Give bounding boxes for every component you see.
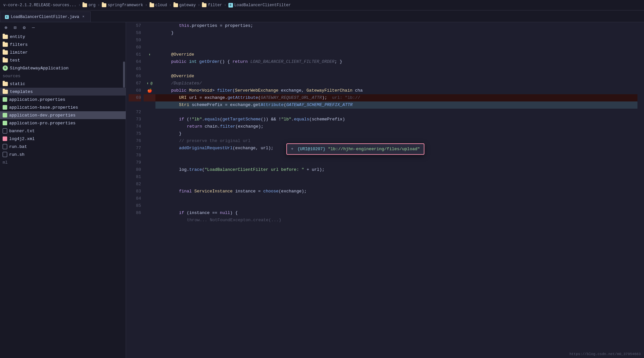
code-line-62: public int getOrder() { return LOAD_BALA… xyxy=(155,58,637,65)
code-line-82 xyxy=(155,195,637,202)
folder-icon xyxy=(173,3,178,7)
code-content: 57 58 59 60 61 64 65 66 67 68 69 72 73 7… xyxy=(126,22,644,358)
sidebar-label: application-pro.properties xyxy=(9,121,76,126)
sidebar-item-static[interactable]: static xyxy=(0,80,126,88)
bc-cloud[interactable]: cloud xyxy=(150,3,167,8)
code-line-65: @Override xyxy=(155,73,637,80)
file-icon xyxy=(3,144,7,149)
code-line-81: final ServiceInstance instance = choose(… xyxy=(155,188,637,195)
line-numbers: 57 58 59 60 61 64 65 66 67 68 69 72 73 7… xyxy=(126,22,144,358)
ln-80: 80 xyxy=(129,166,141,173)
code-line-78: log.trace("LoadBalancerClientFilter url … xyxy=(155,166,637,173)
add-icon[interactable]: ⊕ xyxy=(3,24,9,31)
props-icon xyxy=(3,113,7,117)
gc-85 xyxy=(144,202,155,209)
ln-71 xyxy=(129,101,141,109)
bc-cloud-label: cloud xyxy=(155,3,167,8)
bc-gateway-label: gateway xyxy=(179,3,196,8)
gc-77 xyxy=(144,145,155,152)
ln-69: 69 xyxy=(129,94,141,101)
sidebar-item-app-pro-props[interactable]: application-pro.properties xyxy=(0,119,126,127)
settings-icon[interactable]: ⚙ xyxy=(21,24,27,31)
sep-6: › xyxy=(224,3,226,8)
sidebar-item-ml: ml xyxy=(0,158,126,166)
collapse-icon[interactable]: ⊟ xyxy=(12,24,18,31)
code-line-80 xyxy=(155,181,637,188)
gc-66 xyxy=(144,73,155,80)
code-line-77 xyxy=(155,159,637,166)
sidebar-item-filters[interactable]: filters xyxy=(0,41,126,48)
folder-icon xyxy=(150,3,154,7)
sidebar-label: test xyxy=(10,58,20,63)
debug-plus: + xyxy=(291,147,294,152)
ln-60: 60 xyxy=(129,44,141,51)
sidebar-item-gateway-app[interactable]: S SinghGatewayApplication xyxy=(0,64,126,72)
minimize-icon[interactable]: — xyxy=(30,24,37,31)
sidebar-item-entity[interactable]: entity xyxy=(0,33,126,41)
code-line-83 xyxy=(155,202,637,209)
ln-59: 59 xyxy=(129,37,141,44)
ln-77: 77 xyxy=(129,145,141,152)
sidebar-item-app-base-props[interactable]: application-base.properties xyxy=(0,103,126,111)
gc-68[interactable]: 🍎 xyxy=(144,87,155,94)
ln-67: 67 xyxy=(129,80,141,87)
bc-springframework[interactable]: springframework xyxy=(102,3,143,8)
gc-64 xyxy=(144,58,155,65)
tab-close-button[interactable]: × xyxy=(81,15,86,19)
sidebar-label: ml xyxy=(3,160,8,165)
tab-bar: C LoadBalancerClientFilter.java × xyxy=(0,10,644,22)
sidebar-label: limiter xyxy=(10,50,28,55)
sidebar-scrollbar[interactable] xyxy=(123,62,125,88)
gc-58 xyxy=(144,29,155,37)
sep-4: › xyxy=(169,3,171,8)
class-icon: C xyxy=(228,3,233,8)
code-line-59 xyxy=(155,37,637,44)
code-line-57: this.properties = properties; xyxy=(155,22,637,29)
gc-69 xyxy=(144,94,155,101)
bc-gateway[interactable]: gateway xyxy=(173,3,196,8)
ln-79: 79 xyxy=(129,159,141,166)
gc-57 xyxy=(144,22,155,29)
sidebar-item-test[interactable]: test xyxy=(0,56,126,64)
sidebar-item-app-dev-props[interactable]: application-dev.properties xyxy=(0,111,126,119)
gc-72 xyxy=(144,109,155,116)
file-icon xyxy=(3,152,7,157)
ln-82: 82 xyxy=(129,181,141,188)
bc-org-label: org xyxy=(88,3,96,8)
sidebar-item-app-props[interactable]: application.properties xyxy=(0,96,126,103)
sidebar-label: SinghGatewayApplication xyxy=(10,66,68,71)
sidebar-item-templates[interactable]: templates xyxy=(0,88,126,96)
folder-icon xyxy=(3,43,8,47)
sidebar-item-runsh[interactable]: run.sh xyxy=(0,151,126,158)
bc-class-label: LoadBalancerClientFilter xyxy=(234,3,291,8)
ln-81: 81 xyxy=(129,173,141,181)
sidebar-item-runbat[interactable]: run.bat xyxy=(0,143,126,151)
gc-61: ⬆ xyxy=(144,51,155,58)
code-line-71 xyxy=(155,109,637,116)
sidebar-toolbar: ⊕ ⊟ ⚙ — xyxy=(0,22,126,33)
gc-86 xyxy=(144,209,155,217)
debug-str-val: "lb://hjhn-engineering/files/upload" xyxy=(328,147,420,152)
sidebar-item-limiter[interactable]: limiter xyxy=(0,48,126,56)
sidebar-item-banner[interactable]: banner.txt xyxy=(0,127,126,135)
bc-filter[interactable]: filter xyxy=(202,3,222,8)
props-icon xyxy=(3,105,7,110)
sidebar-label: templates xyxy=(10,89,33,94)
ln-83: 83 xyxy=(129,188,141,195)
code-line-73: } xyxy=(155,130,637,137)
bc-class[interactable]: C LoadBalancerClientFilter xyxy=(228,3,291,8)
ln-76: 76 xyxy=(129,137,141,145)
code-line-79 xyxy=(155,173,637,181)
tab-loadbalancer[interactable]: C LoadBalancerClientFilter.java × xyxy=(0,11,91,22)
folder-icon xyxy=(3,90,8,94)
bc-org[interactable]: org xyxy=(82,3,96,8)
sep-5: › xyxy=(198,3,200,8)
main-layout: ⊕ ⊟ ⚙ — entity filters limiter test S Si… xyxy=(0,22,644,358)
gc-83 xyxy=(144,188,155,195)
ln-65: 65 xyxy=(129,65,141,73)
sep-2: › xyxy=(98,3,100,8)
folder-icon xyxy=(3,58,8,63)
bc-springframework-label: springframework xyxy=(108,3,143,8)
sidebar-item-log4j[interactable]: log4j2.xml xyxy=(0,135,126,143)
sidebar-label: log4j2.xml xyxy=(9,136,35,141)
